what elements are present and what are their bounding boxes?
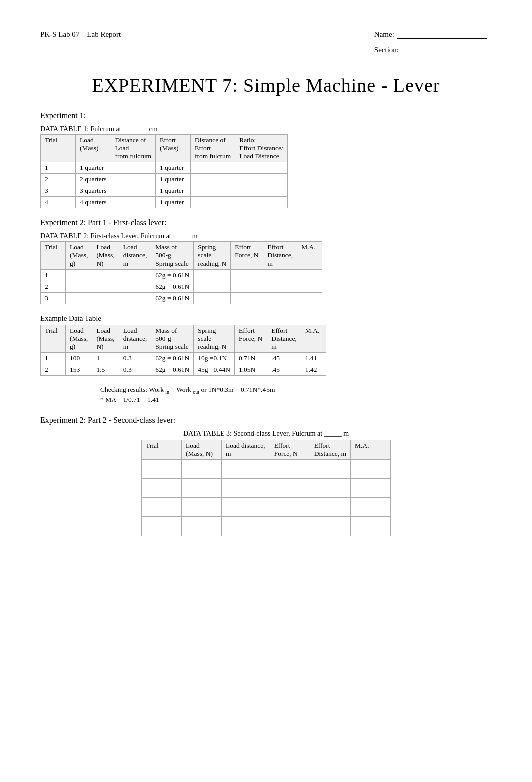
exp2-part1-table-title: DATA TABLE 2: First-class Lever, Fulcrum… [40, 232, 492, 240]
ex-col-trial: Trial [41, 325, 66, 353]
exp1-table-head: Trial Load(Mass) Distance ofLoadfrom ful… [41, 135, 288, 162]
table-row [141, 478, 390, 497]
table-cell: 2 [41, 281, 66, 293]
table-cell [297, 293, 322, 304]
exp2-part1-table-head: Trial Load(Mass,g) Load(Mass,N) Loaddist… [41, 242, 322, 270]
exp1-col-ratio: Ratio:Effort Distance/Load Distance [235, 135, 287, 162]
table-cell [221, 478, 270, 497]
table-cell [66, 293, 92, 304]
table-cell [263, 281, 297, 293]
table-cell [231, 293, 263, 304]
example-table-wrapper: Trial Load(Mass,g) Load(Mass,N) Loaddist… [40, 325, 492, 376]
table-cell: 1 [41, 162, 76, 174]
t3-col-effort-dist: EffortDistance, m [310, 440, 350, 459]
table-cell: .45 [267, 364, 301, 376]
table-cell [235, 162, 287, 174]
col-trial: Trial [41, 242, 66, 270]
table-cell [310, 516, 350, 536]
exp1-col-load-mass: Load(Mass) [76, 135, 111, 162]
exp2-part2-table-title: DATA TABLE 3: Second-class Lever, Fulcru… [141, 430, 391, 438]
exp2-part2-heading: Experiment 2: Part 2 - Second-class leve… [40, 416, 492, 425]
table-cell: 62g = 0.61N [151, 281, 194, 293]
table-cell [231, 281, 263, 293]
table-cell [235, 174, 287, 185]
table-cell: 1.05N [234, 364, 267, 376]
example-table-head: Trial Load(Mass,g) Load(Mass,N) Loaddist… [41, 325, 326, 353]
ex-col-effort-force: EffortForce, N [234, 325, 267, 353]
example-table-body: 110010.362g = 0.61N10g =0.1N0.71N.451.41… [41, 353, 326, 376]
exp2-part2-table: Trial Load(Mass, N) Load distance,m Effo… [141, 440, 391, 536]
table-cell [111, 174, 155, 185]
table-cell [92, 270, 119, 281]
table-cell: 3 quarters [76, 185, 111, 197]
table-cell [92, 281, 119, 293]
table-row: 110010.362g = 0.61N10g =0.1N0.71N.451.41 [41, 353, 326, 364]
table-cell: 1.5 [92, 364, 119, 376]
table-cell [310, 478, 350, 497]
table-cell: 10g =0.1N [194, 353, 235, 364]
table-cell: 0.3 [119, 364, 151, 376]
table-cell [181, 497, 221, 516]
table-cell [263, 293, 297, 304]
t3-col-load: Load(Mass, N) [181, 440, 221, 459]
table-row [141, 459, 390, 478]
table-cell [235, 197, 287, 208]
table-cell [119, 270, 151, 281]
ex-col-spring: Springscalereading, N [194, 325, 235, 353]
section-label: Section: [374, 46, 399, 54]
table-cell [270, 478, 310, 497]
table-cell [141, 497, 181, 516]
table-cell [221, 497, 270, 516]
table-cell [351, 497, 391, 516]
experiment-1-section: Experiment 1: DATA TABLE 1: Fulcrum at _… [40, 111, 492, 208]
page-header: PK-S Lab 07 – Lab Report Name: Section: [40, 30, 492, 54]
section-field: Section: [374, 46, 492, 54]
ex-col-mass-500g: Mass of500-gSpring scale [151, 325, 194, 353]
table-cell: 1 [92, 353, 119, 364]
checking-results: Checking results: Work in = Work out or … [100, 386, 492, 395]
table-cell: 4 [41, 197, 76, 208]
table-row: 162g = 0.61N [41, 270, 322, 281]
table-cell: 62g = 0.61N [151, 270, 194, 281]
table-cell: 62g = 0.61N [151, 353, 194, 364]
col-mass-500g: Mass of500-gSpring scale [151, 242, 194, 270]
lab-title: PK-S Lab 07 – Lab Report [40, 30, 121, 39]
exp2-part2-table-body [141, 459, 390, 536]
table-cell [141, 516, 181, 536]
ex-col-load-n: Load(Mass,N) [92, 325, 119, 353]
table-cell: 1.42 [301, 364, 326, 376]
example-heading: Example Data Table [40, 314, 492, 323]
table-cell [141, 459, 181, 478]
ex-col-effort-dist: EffortDistance,m [267, 325, 301, 353]
exp2-part1-heading: Experiment 2: Part 1 - First-class lever… [40, 218, 492, 227]
table-cell: 1 quarter [155, 174, 190, 185]
table-cell: 3 [41, 185, 76, 197]
table-row: 262g = 0.61N [41, 281, 322, 293]
experiment-2-part1-section: Experiment 2: Part 1 - First-class lever… [40, 218, 492, 304]
exp1-table-title: DATA TABLE 1: Fulcrum at _______ cm [40, 125, 492, 133]
table-cell [190, 185, 235, 197]
name-field: Name: [374, 30, 492, 39]
table-cell [141, 478, 181, 497]
col-load-mass-n: Load(Mass,N) [92, 242, 119, 270]
table-cell: 3 [41, 293, 66, 304]
table-cell: 0.3 [119, 353, 151, 364]
table-cell [190, 197, 235, 208]
table-cell [66, 270, 92, 281]
ex-col-load-g: Load(Mass,g) [66, 325, 92, 353]
ma-result: * MA = 1/0.71 = 1.41 [100, 396, 492, 404]
table-cell: 62g = 0.61N [151, 293, 194, 304]
table-cell: 45g =0.44N [194, 364, 235, 376]
table-cell: 1 quarter [76, 162, 111, 174]
experiment-2-part2-section: Experiment 2: Part 2 - Second-class leve… [40, 416, 492, 536]
page-title: EXPERIMENT 7: Simple Machine - Lever [40, 74, 492, 96]
t3-col-load-dist: Load distance,m [221, 440, 270, 459]
exp2-part2-table-head: Trial Load(Mass, N) Load distance,m Effo… [141, 440, 390, 459]
table-cell [270, 459, 310, 478]
table-cell [119, 281, 151, 293]
exp1-col-trial: Trial [41, 135, 76, 162]
table-cell [263, 270, 297, 281]
table-cell [194, 270, 231, 281]
exp1-col-effort-mass: Effort(Mass) [155, 135, 190, 162]
exp1-table: Trial Load(Mass) Distance ofLoadfrom ful… [40, 134, 288, 208]
